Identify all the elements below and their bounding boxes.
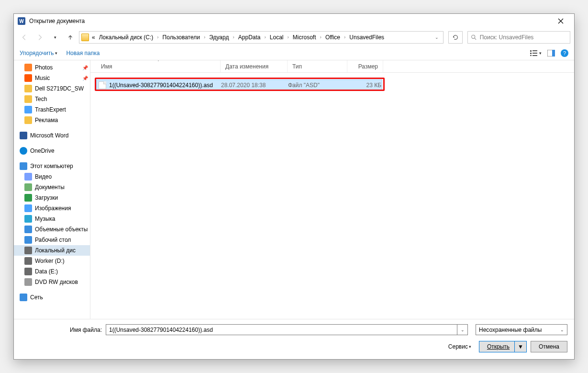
sidebar-item[interactable]: DVD RW дисков	[14, 277, 90, 287]
file-icon	[99, 81, 106, 89]
sidebar-item[interactable]: Worker (D:)	[14, 256, 90, 266]
sidebar-item[interactable]: Data (E:)	[14, 266, 90, 277]
organize-button[interactable]: Упорядочить ▾	[20, 50, 57, 57]
tools-button[interactable]: Сервис ▾	[448, 343, 471, 350]
sidebar-item[interactable]: TrashExpert	[14, 104, 90, 115]
open-dialog: W Открытие документа ▾ « Локальный диск …	[13, 13, 575, 360]
bottom-panel: Имя файла: ⌄ Несохраненные файлы ⌄ Серви…	[14, 319, 574, 359]
col-date[interactable]: Дата изменения	[221, 60, 288, 72]
breadcrumb-item[interactable]: Эдуард	[208, 34, 230, 41]
filename-input-wrap[interactable]	[106, 324, 457, 335]
svg-rect-5	[533, 53, 537, 54]
col-type[interactable]: Тип	[288, 60, 347, 72]
filetype-label: Несохраненные файлы	[479, 327, 542, 333]
sidebar-item[interactable]: Документы	[14, 182, 90, 192]
sidebar-item[interactable]: Photos📌	[14, 62, 90, 73]
close-button[interactable]	[551, 14, 570, 28]
breadcrumb-item[interactable]: «	[91, 34, 96, 41]
sidebar: Photos📌Music📌Dell S2719DC_SWTechTrashExp…	[14, 60, 90, 319]
breadcrumb-item[interactable]: Пользователи	[162, 34, 201, 41]
open-button[interactable]: Открыть ▼	[479, 341, 527, 352]
search-box[interactable]	[467, 31, 570, 44]
svg-rect-6	[533, 55, 537, 56]
view-options-button[interactable]: ▾	[530, 50, 542, 57]
breadcrumb-item[interactable]: Office	[324, 34, 341, 41]
nav-row: ▾ « Локальный диск (C:)› Пользователи› Э…	[14, 28, 574, 46]
breadcrumb-item[interactable]: Local	[269, 34, 285, 41]
preview-pane-button[interactable]	[547, 50, 555, 57]
sidebar-item-onedrive[interactable]: OneDrive	[14, 146, 90, 156]
sidebar-item-thispc[interactable]: Этот компьютер	[14, 161, 90, 171]
filetype-select[interactable]: Несохраненные файлы ⌄	[476, 324, 567, 335]
nav-forward-button[interactable]	[33, 31, 46, 44]
sidebar-item[interactable]: Рабочий стол	[14, 235, 90, 245]
refresh-button[interactable]	[448, 31, 463, 44]
sidebar-item[interactable]: Локальный дис	[14, 245, 90, 256]
sidebar-item[interactable]: Реклама	[14, 115, 90, 125]
col-size[interactable]: Размер	[347, 60, 383, 72]
breadcrumb-item[interactable]: Локальный диск (C:)	[98, 34, 155, 41]
open-button-dropdown[interactable]: ▼	[514, 341, 523, 352]
nav-back-button[interactable]	[18, 31, 31, 44]
titlebar: W Открытие документа	[14, 14, 574, 28]
search-input[interactable]	[480, 34, 567, 41]
sidebar-item[interactable]: Tech	[14, 94, 90, 104]
breadcrumb-item[interactable]: UnsavedFiles	[348, 34, 385, 41]
search-icon	[471, 34, 477, 41]
svg-point-0	[472, 35, 475, 38]
sidebar-item-network[interactable]: Сеть	[14, 292, 90, 303]
nav-history-button[interactable]: ▾	[48, 31, 62, 44]
dialog-title: Открытие документа	[29, 18, 85, 24]
file-row[interactable]: 1((Unsaved-308277901404224160)).asd 28.0…	[96, 79, 382, 91]
toolbar: Упорядочить ▾ Новая папка ▾ ?	[14, 46, 574, 60]
sidebar-item[interactable]: Объемные объекты	[14, 224, 90, 235]
cancel-button[interactable]: Отмена	[531, 341, 567, 352]
file-size: 23 КБ	[348, 82, 381, 89]
address-dropdown[interactable]: ⌄	[433, 35, 441, 40]
sidebar-item[interactable]: Dell S2719DC_SW	[14, 83, 90, 94]
col-name[interactable]: ˄Имя	[96, 60, 221, 72]
sidebar-item[interactable]: Музыка	[14, 214, 90, 224]
help-button[interactable]: ?	[561, 49, 568, 57]
filename-dropdown[interactable]: ⌄	[457, 324, 468, 335]
sidebar-item[interactable]: Music📌	[14, 73, 90, 83]
breadcrumb-item[interactable]: Microsoft	[292, 34, 317, 41]
filename-label: Имя файла:	[21, 327, 102, 333]
word-icon: W	[18, 17, 25, 25]
sidebar-item-word[interactable]: Microsoft Word	[14, 130, 90, 141]
file-name: 1((Unsaved-308277901404224160)).asd	[109, 82, 221, 89]
svg-rect-3	[530, 55, 532, 56]
folder-icon	[81, 34, 89, 41]
svg-rect-4	[533, 50, 537, 51]
column-headers: ˄Имя Дата изменения Тип Размер	[90, 60, 574, 73]
file-type: Файл "ASD"	[288, 82, 348, 89]
address-bar[interactable]: « Локальный диск (C:)› Пользователи› Эду…	[79, 31, 444, 44]
file-list-area: ˄Имя Дата изменения Тип Размер 1((Unsave…	[90, 60, 574, 319]
svg-rect-8	[552, 50, 555, 57]
svg-rect-2	[530, 53, 532, 54]
newfolder-button[interactable]: Новая папка	[66, 50, 100, 57]
svg-rect-1	[530, 50, 532, 52]
file-date: 28.07.2020 18:38	[221, 82, 288, 89]
sidebar-item[interactable]: Загрузки	[14, 192, 90, 203]
sidebar-item[interactable]: Видео	[14, 171, 90, 182]
breadcrumb-item[interactable]: AppData	[237, 34, 262, 41]
nav-up-button[interactable]	[64, 31, 77, 44]
filename-input[interactable]	[109, 327, 454, 333]
sidebar-item[interactable]: Изображения	[14, 203, 90, 214]
